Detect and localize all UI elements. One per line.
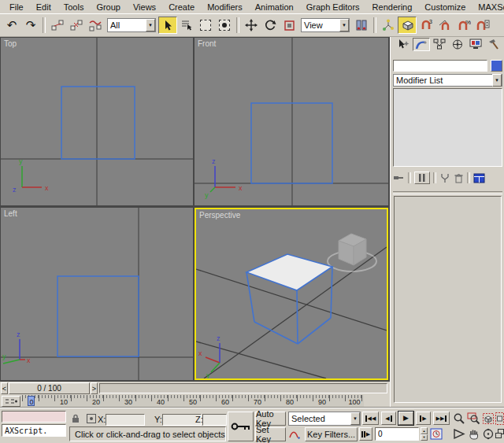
time-slider-next-button[interactable]: > bbox=[91, 382, 98, 394]
menu-create[interactable]: Create bbox=[162, 2, 201, 13]
percent-snap-toggle-button[interactable]: % bbox=[454, 17, 473, 34]
menu-maxscript[interactable]: MAXScript bbox=[472, 2, 504, 13]
modifier-list-dropdown[interactable]: Modifier List ▼ bbox=[393, 74, 502, 87]
time-slider-track[interactable] bbox=[99, 383, 387, 393]
tab-hierarchy[interactable] bbox=[431, 38, 448, 51]
menu-animation[interactable]: Animation bbox=[249, 2, 300, 13]
auto-key-button[interactable]: Auto Key bbox=[255, 412, 286, 426]
make-unique-button[interactable] bbox=[439, 173, 450, 183]
x-label: X: bbox=[98, 415, 106, 424]
selection-filter-dropdown[interactable]: All ▼ bbox=[107, 18, 156, 32]
configure-modifier-sets-button[interactable] bbox=[473, 173, 485, 183]
menu-rendering[interactable]: Rendering bbox=[366, 2, 419, 13]
menu-customize[interactable]: Customize bbox=[418, 2, 472, 13]
rectangular-selection-region-button[interactable] bbox=[196, 17, 215, 34]
set-keys-button[interactable] bbox=[228, 412, 254, 441]
macro-recorder-line[interactable] bbox=[2, 411, 66, 423]
tab-create[interactable] bbox=[395, 38, 412, 51]
mini-curve-editor-button[interactable] bbox=[2, 396, 20, 407]
time-configuration-button[interactable] bbox=[430, 428, 443, 440]
tab-motion[interactable] bbox=[449, 38, 466, 51]
spinner-up-icon[interactable]: ▲ bbox=[421, 427, 428, 434]
select-and-link-button[interactable] bbox=[48, 17, 67, 34]
zoom-extents-button[interactable] bbox=[482, 412, 495, 425]
spinner-down-icon[interactable]: ▼ bbox=[421, 434, 428, 441]
menu-graph-editors[interactable]: Graph Editors bbox=[300, 2, 366, 13]
redo-button[interactable]: ↷ bbox=[21, 17, 40, 34]
select-and-manipulate-button[interactable] bbox=[379, 17, 398, 34]
tab-display[interactable] bbox=[467, 38, 484, 51]
zoom-all-button[interactable] bbox=[467, 412, 480, 425]
viewport-top[interactable]: Top y x z bbox=[1, 38, 193, 205]
menu-file[interactable]: File bbox=[3, 2, 30, 13]
viewport-left-canvas: z y x bbox=[1, 208, 193, 380]
key-filters-button[interactable]: Key Filters... bbox=[305, 427, 358, 441]
menu-tools[interactable]: Tools bbox=[57, 2, 91, 13]
menu-edit[interactable]: Edit bbox=[30, 2, 57, 13]
select-and-scale-button[interactable] bbox=[280, 17, 298, 34]
menu-views[interactable]: Views bbox=[127, 2, 162, 13]
menu-group[interactable]: Group bbox=[90, 2, 127, 13]
selection-lock-toggle[interactable] bbox=[70, 413, 81, 424]
ruler-tick-label: 80 bbox=[286, 398, 294, 406]
select-and-rotate-button[interactable] bbox=[261, 17, 280, 34]
viewport-perspective[interactable]: Perspective bbox=[195, 208, 388, 380]
svg-text:y: y bbox=[206, 371, 210, 378]
time-slider-handle[interactable]: 0 / 100 bbox=[9, 382, 90, 394]
pan-button[interactable] bbox=[467, 428, 480, 440]
tab-utilities[interactable] bbox=[485, 38, 502, 51]
dropdown-arrow-icon[interactable]: ▼ bbox=[492, 74, 502, 87]
pin-stack-button[interactable] bbox=[393, 172, 405, 183]
angle-snap-toggle-button[interactable] bbox=[435, 17, 454, 34]
modifier-stack-list[interactable] bbox=[393, 88, 502, 167]
viewport-front[interactable]: Front z x y bbox=[195, 38, 388, 205]
object-color-swatch[interactable] bbox=[491, 60, 502, 72]
spinner-snap-toggle-button[interactable] bbox=[473, 17, 492, 34]
tab-modify[interactable] bbox=[413, 38, 430, 51]
use-pivot-center-button[interactable] bbox=[352, 17, 371, 34]
frame-spinner[interactable]: ▲ ▼ bbox=[421, 427, 428, 441]
default-tangent-button[interactable] bbox=[288, 429, 301, 440]
zoom-extents-all-button[interactable] bbox=[495, 412, 504, 425]
menu-modifiers[interactable]: Modifiers bbox=[201, 2, 249, 13]
set-key-button[interactable]: Set Key bbox=[255, 427, 286, 441]
go-to-start-button[interactable]: ◀◀ bbox=[362, 412, 379, 425]
dropdown-arrow-icon[interactable]: ▼ bbox=[146, 19, 155, 31]
z-coordinate-field[interactable] bbox=[202, 414, 227, 426]
window-crossing-toggle-button[interactable] bbox=[215, 17, 234, 34]
key-mode-toggle-button[interactable]: ▶ bbox=[359, 427, 372, 441]
time-slider-prev-button[interactable]: < bbox=[1, 382, 8, 394]
hand-icon bbox=[467, 428, 480, 440]
select-object-button[interactable] bbox=[158, 17, 177, 34]
previous-frame-button[interactable]: ◀ bbox=[381, 412, 396, 425]
go-to-end-button[interactable]: ▶▶ bbox=[433, 412, 450, 425]
dropdown-arrow-icon[interactable]: ▼ bbox=[350, 412, 360, 425]
field-of-view-button[interactable] bbox=[453, 428, 465, 440]
unlink-selection-button[interactable] bbox=[67, 17, 86, 34]
select-and-move-button[interactable] bbox=[242, 17, 261, 34]
play-button[interactable]: ▶ bbox=[398, 412, 413, 425]
cube-icon bbox=[401, 20, 414, 31]
maxscript-mini-listener[interactable]: AXScript. bbox=[2, 424, 66, 437]
min-max-toggle-button[interactable] bbox=[495, 428, 504, 440]
track-bar-ruler[interactable]: 0 10 20 30 40 50 60 70 80 90 100 bbox=[22, 395, 364, 407]
show-end-result-button[interactable] bbox=[414, 172, 430, 184]
coordinate-system-dropdown[interactable]: View ▼ bbox=[301, 18, 350, 32]
bind-to-space-warp-button[interactable] bbox=[86, 17, 105, 34]
next-frame-button[interactable]: ▶ bbox=[416, 412, 431, 425]
absolute-mode-toggle[interactable] bbox=[86, 413, 97, 424]
zoom-button[interactable] bbox=[453, 412, 465, 425]
viewport-left[interactable]: Left z y x bbox=[1, 208, 193, 380]
snaps-toggle-button[interactable]: 3 bbox=[417, 17, 435, 34]
object-name-field[interactable] bbox=[393, 60, 487, 72]
current-frame-field[interactable] bbox=[375, 427, 419, 441]
key-filter-dropdown[interactable]: Selected ▼ bbox=[288, 412, 361, 426]
keyboard-override-toggle-button[interactable] bbox=[398, 17, 417, 34]
dropdown-arrow-icon[interactable]: ▼ bbox=[339, 19, 349, 31]
remove-modifier-button[interactable] bbox=[454, 173, 464, 183]
rollout-area[interactable] bbox=[394, 196, 502, 403]
x-coordinate-field[interactable] bbox=[106, 414, 145, 426]
undo-button[interactable]: ↶ bbox=[2, 17, 21, 34]
select-by-name-button[interactable] bbox=[177, 17, 196, 34]
arc-rotate-button[interactable] bbox=[482, 428, 495, 440]
